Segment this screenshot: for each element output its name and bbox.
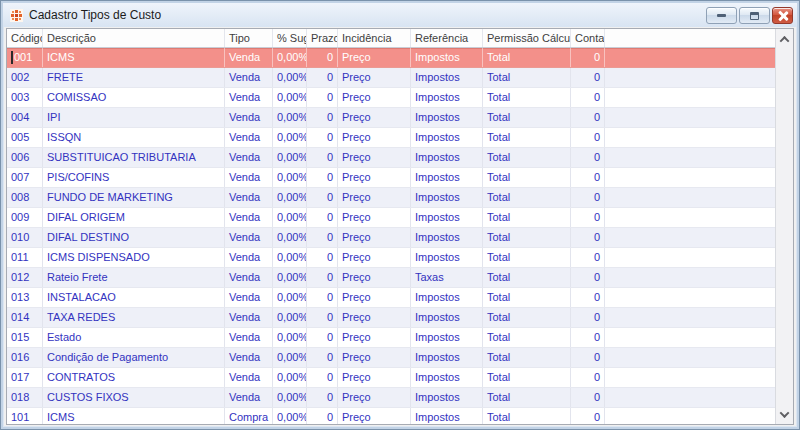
cell-permissao[interactable]: Total xyxy=(483,168,571,187)
cell-descricao[interactable]: ICMS xyxy=(43,48,225,67)
row-filler[interactable] xyxy=(605,128,775,147)
row-filler[interactable] xyxy=(605,248,775,267)
cell-prazo[interactable]: 0 xyxy=(307,108,338,127)
cell-referencia[interactable]: Impostos xyxy=(411,288,483,307)
cell-permissao[interactable]: Total xyxy=(483,108,571,127)
cell-referencia[interactable]: Impostos xyxy=(411,208,483,227)
cell-incidencia[interactable]: Preço xyxy=(338,208,411,227)
cell-codigo[interactable]: 005 xyxy=(7,128,43,147)
cell-permissao[interactable]: Total xyxy=(483,268,571,287)
cell-referencia[interactable]: Impostos xyxy=(411,148,483,167)
cell-permissao[interactable]: Total xyxy=(483,148,571,167)
cell-descricao[interactable]: ICMS DISPENSADO xyxy=(43,248,225,267)
cell-conta[interactable]: 0 xyxy=(571,188,605,207)
cell-descricao[interactable]: CONTRATOS xyxy=(43,368,225,387)
column-header-prazo[interactable]: Prazo xyxy=(307,29,338,47)
cell-permissao[interactable]: Total xyxy=(483,208,571,227)
cell-referencia[interactable]: Impostos xyxy=(411,388,483,407)
cell-incidencia[interactable]: Preço xyxy=(338,348,411,367)
cell-incidencia[interactable]: Preço xyxy=(338,268,411,287)
cell-descricao[interactable]: Condição de Pagamento xyxy=(43,348,225,367)
cell-incidencia[interactable]: Preço xyxy=(338,408,411,424)
table-row[interactable]: 101ICMSCompra0,00%0PreçoImpostosTotal0 xyxy=(7,408,775,424)
cell-conta[interactable]: 0 xyxy=(571,148,605,167)
cell-conta[interactable]: 0 xyxy=(571,48,605,67)
row-filler[interactable] xyxy=(605,88,775,107)
table-row[interactable]: 010DIFAL DESTINOVenda0,00%0PreçoImpostos… xyxy=(7,228,775,248)
table-row[interactable]: 015EstadoVenda0,00%0PreçoImpostosTotal0 xyxy=(7,328,775,348)
cell-descricao[interactable]: FRETE xyxy=(43,68,225,87)
cell-permissao[interactable]: Total xyxy=(483,88,571,107)
cell-codigo[interactable]: 009 xyxy=(7,208,43,227)
cell-prazo[interactable]: 0 xyxy=(307,188,338,207)
cell-incidencia[interactable]: Preço xyxy=(338,148,411,167)
cell-referencia[interactable]: Impostos xyxy=(411,108,483,127)
cell-codigo[interactable]: 002 xyxy=(7,68,43,87)
cell-prazo[interactable]: 0 xyxy=(307,368,338,387)
cell-incidencia[interactable]: Preço xyxy=(338,188,411,207)
cell-permissao[interactable]: Total xyxy=(483,248,571,267)
cell-tipo[interactable]: Venda xyxy=(225,228,273,247)
cell-tipo[interactable]: Venda xyxy=(225,328,273,347)
column-header-permissao[interactable]: Permissão Cálculo xyxy=(483,29,571,47)
cell-incidencia[interactable]: Preço xyxy=(338,48,411,67)
cell-incidencia[interactable]: Preço xyxy=(338,308,411,327)
cell-sug[interactable]: 0,00% xyxy=(273,68,307,87)
cell-sug[interactable]: 0,00% xyxy=(273,328,307,347)
cell-descricao[interactable]: PIS/COFINS xyxy=(43,168,225,187)
close-button[interactable] xyxy=(772,7,793,24)
cell-conta[interactable]: 0 xyxy=(571,168,605,187)
cell-conta[interactable]: 0 xyxy=(571,68,605,87)
cell-sug[interactable]: 0,00% xyxy=(273,168,307,187)
cell-prazo[interactable]: 0 xyxy=(307,408,338,424)
cell-permissao[interactable]: Total xyxy=(483,128,571,147)
column-header-descricao[interactable]: Descrição xyxy=(43,29,225,47)
cell-descricao[interactable]: DIFAL ORIGEM xyxy=(43,208,225,227)
cell-conta[interactable]: 0 xyxy=(571,268,605,287)
cell-tipo[interactable]: Venda xyxy=(225,248,273,267)
table-row[interactable]: 018CUSTOS FIXOSVenda0,00%0PreçoImpostosT… xyxy=(7,388,775,408)
table-row[interactable]: 017CONTRATOSVenda0,00%0PreçoImpostosTota… xyxy=(7,368,775,388)
cell-prazo[interactable]: 0 xyxy=(307,208,338,227)
cell-conta[interactable]: 0 xyxy=(571,128,605,147)
cell-permissao[interactable]: Total xyxy=(483,188,571,207)
vertical-scrollbar[interactable] xyxy=(775,29,793,424)
row-filler[interactable] xyxy=(605,408,775,424)
table-row[interactable]: 011ICMS DISPENSADOVenda0,00%0PreçoImpost… xyxy=(7,248,775,268)
cell-sug[interactable]: 0,00% xyxy=(273,148,307,167)
cell-incidencia[interactable]: Preço xyxy=(338,288,411,307)
cell-tipo[interactable]: Venda xyxy=(225,68,273,87)
cell-tipo[interactable]: Venda xyxy=(225,208,273,227)
cell-codigo[interactable]: 007 xyxy=(7,168,43,187)
cell-tipo[interactable]: Venda xyxy=(225,268,273,287)
cell-conta[interactable]: 0 xyxy=(571,388,605,407)
cell-sug[interactable]: 0,00% xyxy=(273,268,307,287)
row-filler[interactable] xyxy=(605,188,775,207)
cell-conta[interactable]: 0 xyxy=(571,368,605,387)
column-header-referencia[interactable]: Referência xyxy=(411,29,483,47)
minimize-button[interactable] xyxy=(706,7,737,24)
cell-codigo[interactable]: 011 xyxy=(7,248,43,267)
table-row[interactable]: 003COMISSAOVenda0,00%0PreçoImpostosTotal… xyxy=(7,88,775,108)
cell-incidencia[interactable]: Preço xyxy=(338,128,411,147)
cell-sug[interactable]: 0,00% xyxy=(273,108,307,127)
cell-permissao[interactable]: Total xyxy=(483,388,571,407)
table-row[interactable]: 013INSTALACAOVenda0,00%0PreçoImpostosTot… xyxy=(7,288,775,308)
row-filler[interactable] xyxy=(605,328,775,347)
cell-codigo[interactable]: 008 xyxy=(7,188,43,207)
cell-incidencia[interactable]: Preço xyxy=(338,168,411,187)
scroll-up-button[interactable] xyxy=(776,31,793,47)
cell-descricao[interactable]: SUBSTITUICAO TRIBUTARIA xyxy=(43,148,225,167)
cell-sug[interactable]: 0,00% xyxy=(273,348,307,367)
row-filler[interactable] xyxy=(605,68,775,87)
cell-descricao[interactable]: DIFAL DESTINO xyxy=(43,228,225,247)
cell-tipo[interactable]: Compra xyxy=(225,408,273,424)
column-header-codigo[interactable]: Código xyxy=(7,29,43,47)
row-filler[interactable] xyxy=(605,348,775,367)
cell-codigo[interactable]: 006 xyxy=(7,148,43,167)
cell-prazo[interactable]: 0 xyxy=(307,168,338,187)
cell-referencia[interactable]: Impostos xyxy=(411,408,483,424)
column-header-incidencia[interactable]: Incidência xyxy=(338,29,411,47)
cell-incidencia[interactable]: Preço xyxy=(338,228,411,247)
cell-sug[interactable]: 0,00% xyxy=(273,308,307,327)
